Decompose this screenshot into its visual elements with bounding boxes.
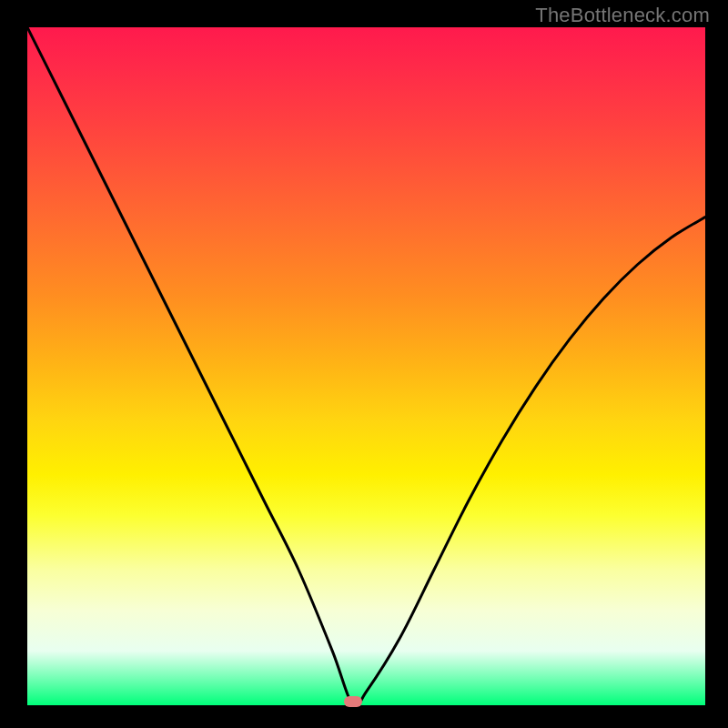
watermark-text: TheBottleneck.com [535,4,710,27]
plot-area [27,27,705,705]
curve-svg [27,27,705,705]
minimum-marker [344,696,362,707]
bottleneck-curve [27,27,705,705]
chart-frame: TheBottleneck.com [0,0,728,728]
